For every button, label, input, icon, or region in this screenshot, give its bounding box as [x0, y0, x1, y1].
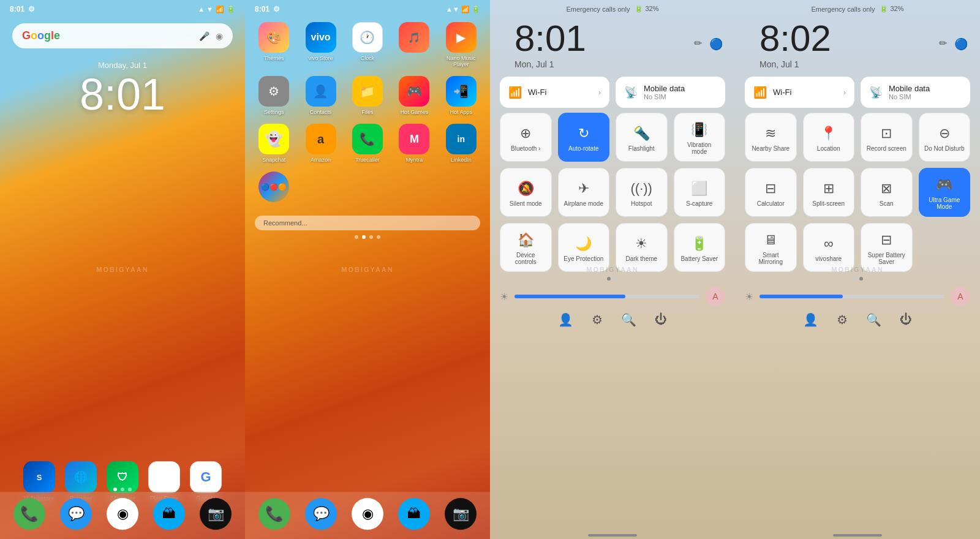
brightness-bar-s3[interactable] [514, 295, 699, 298]
lens-icon[interactable]: ◉ [216, 31, 223, 41]
mobile-data-tile-s4[interactable]: 📡 Mobile data No SIM [861, 77, 970, 108]
label-myntra: Myntra [406, 157, 423, 163]
wifi-info-s4: Wi-Fi [773, 88, 791, 97]
wifi-tile-s4[interactable]: 📶 Wi-Fi › [745, 77, 854, 108]
search-bar[interactable]: Google 🎤 ◉ [12, 23, 233, 48]
app-nanomusic[interactable]: ▶ Nano Music Player [442, 22, 480, 67]
dock-chrome[interactable]: ◉ [107, 498, 138, 530]
pencil-icon-s3[interactable]: ✏ [694, 37, 702, 51]
avatar-s4[interactable]: A [951, 287, 970, 306]
color-icon-s3[interactable]: 🔵 [709, 37, 723, 51]
mobile-data-tile-s3[interactable]: 📡 Mobile data No SIM [616, 77, 725, 108]
tile-bluetooth[interactable]: ⊕ Bluetooth › [500, 113, 552, 162]
darktheme-label: Dark theme [625, 255, 657, 262]
tile-airplane[interactable]: ✈ Airplane mode [558, 168, 610, 217]
dock-messages-s2[interactable]: 💬 [305, 498, 337, 530]
tile-recordscreen[interactable]: ⊡ Record screen [861, 113, 913, 162]
icon-nanomusic: ▶ [446, 22, 477, 53]
app-folder1[interactable]: 🎵 [395, 22, 433, 67]
tile-batterysaver[interactable]: 🔋 Battery Saver [674, 223, 726, 272]
page-dot-3 [128, 488, 132, 491]
tile-splitscreen[interactable]: ⊞ Split-screen [803, 168, 855, 217]
dock-chrome-s2[interactable]: ◉ [352, 498, 383, 530]
time-display: 8:01 [0, 72, 245, 116]
dock-phone-s2[interactable]: 📞 [258, 498, 290, 530]
settings-icon-qs4[interactable]: ⚙ [837, 312, 848, 327]
settings-icon-s1: ⚙ [28, 5, 35, 13]
tile-eyeprotection[interactable]: 🌙 Eye Protection [558, 223, 610, 272]
dock-camera[interactable]: 📷 [200, 498, 232, 530]
brightness-row-s3: ☀ A [500, 287, 725, 306]
google-logo: Google [22, 29, 60, 42]
dock-phone[interactable]: 📞 [13, 498, 45, 530]
tile-flashlight[interactable]: 🔦 Flashlight [616, 113, 668, 162]
app-files[interactable]: 📁 Files [349, 76, 386, 115]
tile-superbattery[interactable]: ⊟ Super Battery Saver [861, 223, 913, 272]
avatar-s3[interactable]: A [706, 287, 725, 306]
tile-donotdisturb[interactable]: ⊖ Do Not Disturb [919, 113, 971, 162]
app-truecaller[interactable]: 📞 Truecaller [349, 124, 386, 163]
app-amazon[interactable]: a Amazon [301, 124, 339, 163]
tile-scapture[interactable]: ⬜ S-capture [674, 168, 726, 217]
dock-camera-s2[interactable]: 📷 [445, 498, 477, 530]
tile-darktheme[interactable]: ☀ Dark theme [616, 223, 668, 272]
user-icon-s3[interactable]: 👤 [558, 312, 573, 327]
app-snapchat[interactable]: 👻 Snapchat [255, 124, 293, 163]
label-hotapps: Hot Apps [450, 109, 473, 115]
power-icon-s4[interactable]: ⏻ [900, 312, 912, 327]
app-hotapps[interactable]: 📲 Hot Apps [442, 76, 480, 115]
tile-devicecontrols[interactable]: 🏠 Device controls [500, 223, 552, 272]
wifi-label-s3: Wi-Fi [528, 88, 546, 97]
brightness-bar-s4[interactable] [760, 295, 944, 298]
app-linkedin[interactable]: in LinkedIn [442, 124, 480, 163]
wifi-tile-s3[interactable]: 📶 Wi-Fi › [500, 77, 609, 108]
label-nanomusic: Nano Music Player [442, 55, 480, 67]
tile-vivoshare[interactable]: ∞ vivoshare [803, 223, 855, 272]
scapture-label: S-capture [686, 200, 712, 207]
tile-scan[interactable]: ⊠ Scan [861, 168, 913, 217]
tile-autorotate[interactable]: ↻ Auto-rotate [558, 113, 610, 162]
mobile-sub-s4: No SIM [889, 93, 930, 100]
qs-dot-2 [614, 277, 618, 281]
power-icon-s3[interactable]: ⏻ [655, 312, 667, 327]
tile-hotspot[interactable]: ((·)) Hotspot [616, 168, 668, 217]
scroll-bar-s4 [833, 534, 882, 537]
pencil-icon-s4[interactable]: ✏ [939, 37, 947, 51]
user-icon-s4[interactable]: 👤 [803, 312, 818, 327]
search-icon-qs3[interactable]: 🔍 [621, 312, 636, 327]
app-hotgames[interactable]: 🎮 Hot Games [395, 76, 433, 115]
ultragamemode-icon: 🎮 [936, 177, 952, 193]
app-settings[interactable]: ⚙ Settings [255, 76, 293, 115]
tile-location[interactable]: 📍 Location [803, 113, 855, 162]
tile-vibration[interactable]: 📳 Vibration mode [674, 113, 726, 162]
dock-gallery-s2[interactable]: 🏔 [398, 498, 430, 530]
app-vivostore[interactable]: vivo vivo Store [301, 22, 339, 67]
tile-ultragamemode[interactable]: 🎮 Ultra Game Mode [919, 168, 971, 217]
brightness-icon-s4: ☀ [745, 291, 753, 303]
wifi-icon-s3: 📶 [508, 86, 522, 99]
settings-icon-qs3[interactable]: ⚙ [592, 312, 603, 327]
tile-silent[interactable]: 🔕 Silent mode [500, 168, 552, 217]
tile-empty [919, 223, 971, 272]
dock-gallery[interactable]: 🏔 [153, 498, 185, 530]
app-contacts[interactable]: 👤 Contacts [301, 76, 339, 115]
mobile-label-s4: Mobile data [889, 84, 930, 93]
color-icon-s4[interactable]: 🔵 [954, 37, 968, 51]
location-label: Location [817, 145, 840, 152]
tile-calculator[interactable]: ⊟ Calculator [745, 168, 797, 217]
app-themes[interactable]: 🎨 Themes [255, 22, 293, 67]
app-myntra[interactable]: M Myntra [395, 124, 433, 163]
recordscreen-label: Record screen [867, 145, 907, 152]
app-clock[interactable]: 🕐 Clock [349, 22, 386, 67]
search-icon-qs4[interactable]: 🔍 [866, 312, 881, 327]
icon-hotapps: 📲 [446, 76, 477, 107]
mobile-sub-s3: No SIM [644, 93, 685, 100]
mic-icon[interactable]: 🎤 [199, 31, 209, 41]
tile-nearbyshare[interactable]: ≋ Nearby Share [745, 113, 797, 162]
wifi-chevron-s3: › [598, 88, 601, 97]
tile-smartmirroring[interactable]: 🖥 Smart Mirroring [745, 223, 797, 272]
dock-messages[interactable]: 💬 [60, 498, 92, 530]
qs-dot-s4-2 [859, 277, 863, 281]
app-social-trio[interactable]: 🔵🔴🟠 [255, 172, 293, 205]
qs-wide-tiles-s4: 📶 Wi-Fi › 📡 Mobile data No SIM [745, 77, 970, 108]
